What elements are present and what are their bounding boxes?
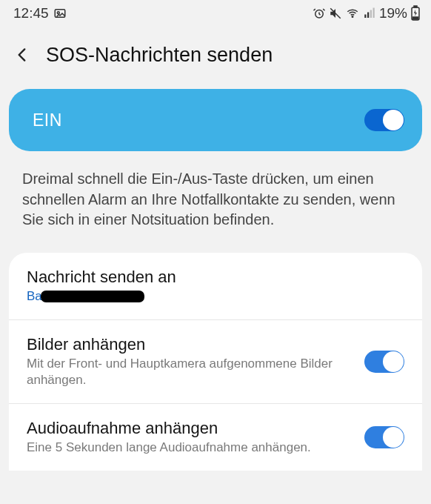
battery-percent: 19% — [379, 5, 407, 21]
wifi-icon — [345, 7, 360, 20]
battery-icon — [410, 5, 421, 21]
status-bar: 12:45 1 — [0, 0, 431, 27]
attach-audio-title: Audioaufnahme anhängen — [27, 419, 353, 438]
feature-description: Dreimal schnell die Ein-/Aus-Taste drück… — [0, 151, 431, 250]
redacted-text — [41, 291, 144, 302]
signal-icon — [363, 7, 376, 20]
attach-images-row[interactable]: Bilder anhängen Mit der Front- und Haupt… — [9, 319, 422, 403]
send-to-contact: Ba — [27, 288, 404, 305]
attach-audio-sub: Eine 5 Sekunden lange Audioaufnahme anhä… — [27, 440, 353, 456]
svg-rect-11 — [413, 17, 418, 19]
svg-rect-8 — [372, 8, 374, 19]
attach-audio-switch[interactable] — [364, 426, 404, 448]
send-to-title: Nachricht senden an — [27, 268, 404, 287]
attach-images-sub: Mit der Front- und Hauptkamera aufgenomm… — [27, 356, 353, 388]
svg-point-1 — [57, 12, 59, 14]
mute-icon — [329, 7, 342, 20]
send-to-row[interactable]: Nachricht senden an Ba — [9, 253, 422, 319]
svg-rect-6 — [367, 13, 369, 19]
attach-audio-row[interactable]: Audioaufnahme anhängen Eine 5 Sekunden l… — [9, 403, 422, 471]
status-time: 12:45 — [13, 5, 49, 21]
svg-rect-7 — [370, 10, 372, 19]
attach-images-title: Bilder anhängen — [27, 335, 353, 354]
back-button[interactable] — [9, 42, 36, 68]
svg-point-4 — [352, 16, 353, 18]
master-toggle-row[interactable]: EIN — [9, 89, 422, 151]
settings-card: Nachricht senden an Ba Bilder anhängen M… — [9, 253, 422, 471]
app-header: SOS-Nachrichten senden — [0, 27, 431, 89]
attach-images-switch[interactable] — [364, 351, 404, 373]
svg-rect-5 — [364, 15, 366, 19]
master-toggle-label: EIN — [33, 110, 62, 130]
page-title: SOS-Nachrichten senden — [46, 44, 273, 67]
svg-rect-10 — [414, 6, 417, 7]
image-icon — [53, 7, 67, 20]
alarm-icon — [313, 7, 326, 20]
master-toggle-switch[interactable] — [364, 109, 404, 131]
